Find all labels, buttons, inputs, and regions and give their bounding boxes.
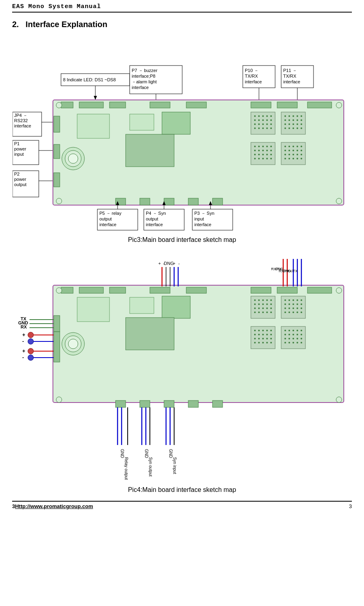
svg-point-95: [297, 127, 298, 129]
svg-point-238: [284, 307, 286, 309]
svg-rect-312: [54, 332, 60, 362]
svg-point-89: [292, 123, 294, 125]
svg-point-107: [270, 150, 272, 151]
svg-rect-44: [79, 102, 103, 108]
svg-point-129: [284, 154, 286, 155]
svg-point-62: [258, 119, 260, 121]
svg-point-105: [262, 150, 264, 151]
svg-text:+: +: [22, 332, 25, 338]
footer-url: 3Http://www.promaticgroup.com: [12, 503, 93, 509]
svg-text:P4 － Syn: P4 － Syn: [146, 211, 166, 216]
svg-point-274: [301, 330, 302, 331]
svg-point-275: [284, 334, 286, 335]
svg-point-242: [301, 307, 302, 309]
svg-text:output: output: [14, 182, 27, 187]
svg-point-253: [270, 330, 272, 331]
svg-rect-197: [150, 287, 170, 293]
svg-point-271: [288, 330, 290, 331]
svg-point-100: [262, 146, 264, 147]
svg-point-66: [254, 123, 256, 125]
svg-text:+: +: [173, 261, 175, 266]
svg-point-80: [297, 115, 298, 117]
svg-point-320: [56, 397, 62, 403]
svg-text:GND: GND: [120, 449, 124, 458]
svg-point-65: [270, 119, 272, 121]
svg-point-78: [288, 115, 290, 117]
diagram1-caption: Pic3:Main board interface sketch map: [13, 236, 352, 244]
svg-point-276: [288, 334, 290, 335]
svg-point-120: [288, 146, 290, 147]
svg-text:-: -: [22, 338, 24, 344]
svg-text:8 Indicate LED: DS1 ~DS8: 8 Indicate LED: DS1 ~DS8: [63, 77, 116, 82]
svg-text:power: power: [14, 177, 26, 182]
svg-point-287: [292, 342, 294, 343]
svg-rect-195: [79, 287, 103, 293]
svg-point-112: [270, 154, 272, 155]
svg-point-124: [284, 150, 286, 151]
svg-point-214: [262, 303, 264, 305]
svg-point-152: [56, 198, 62, 204]
svg-point-111: [266, 154, 268, 155]
svg-point-81: [301, 115, 302, 117]
svg-point-108: [254, 154, 256, 155]
svg-point-116: [266, 158, 268, 159]
svg-text:－alarm light: －alarm light: [132, 79, 157, 84]
svg-point-122: [297, 146, 298, 147]
svg-point-211: [270, 299, 272, 301]
svg-text:Relay output: Relay output: [124, 457, 128, 480]
svg-text:input: input: [194, 216, 204, 221]
svg-text:P5 － relay: P5 － relay: [99, 211, 122, 216]
svg-text:+: +: [158, 261, 160, 266]
svg-text:output: output: [99, 216, 112, 221]
svg-point-93: [288, 127, 290, 129]
svg-point-245: [292, 311, 294, 313]
svg-point-117: [270, 158, 272, 159]
diagram2: + - DNG + - RX/TX DNG RX/TX DNG RX/TX: [13, 251, 352, 494]
svg-point-286: [288, 342, 290, 343]
svg-point-249: [254, 330, 256, 331]
svg-text:interface: interface: [99, 222, 116, 227]
svg-point-264: [254, 342, 256, 343]
svg-point-212: [254, 303, 256, 305]
svg-point-119: [284, 146, 286, 147]
svg-point-57: [258, 115, 260, 117]
svg-point-79: [292, 115, 294, 117]
svg-text:output: output: [146, 216, 158, 221]
svg-point-109: [258, 154, 260, 155]
svg-point-131: [292, 154, 294, 155]
svg-text:input: input: [14, 152, 24, 157]
svg-text:TX/RX: TX/RX: [283, 74, 297, 78]
svg-point-71: [254, 127, 256, 129]
svg-rect-198: [186, 287, 206, 293]
svg-point-229: [288, 299, 290, 301]
svg-text:-: -: [178, 261, 180, 266]
svg-point-283: [297, 338, 298, 339]
svg-point-114: [258, 158, 260, 159]
svg-point-217: [254, 307, 256, 309]
svg-point-263: [270, 338, 272, 339]
svg-rect-194: [61, 287, 73, 293]
svg-rect-143: [54, 144, 60, 159]
svg-point-68: [262, 123, 264, 125]
svg-point-135: [288, 158, 290, 159]
svg-rect-148: [188, 198, 198, 205]
svg-point-234: [288, 303, 290, 305]
svg-rect-47: [186, 102, 206, 108]
svg-point-255: [258, 334, 260, 335]
svg-rect-51: [77, 114, 109, 138]
svg-rect-314: [140, 400, 150, 407]
svg-point-268: [270, 342, 272, 343]
svg-text:+: +: [22, 348, 25, 354]
svg-point-213: [258, 303, 260, 305]
svg-text:JP4  －: JP4 －: [14, 113, 27, 118]
svg-point-251: [262, 330, 264, 331]
svg-point-223: [258, 311, 260, 313]
svg-point-132: [297, 154, 298, 155]
svg-rect-149: [213, 198, 223, 205]
section-title: 2. Interface Explanation: [12, 20, 352, 29]
svg-point-292: [68, 339, 78, 349]
svg-point-262: [266, 338, 268, 339]
svg-rect-205: [126, 318, 174, 350]
svg-point-319: [336, 288, 342, 293]
svg-point-153: [336, 198, 342, 204]
